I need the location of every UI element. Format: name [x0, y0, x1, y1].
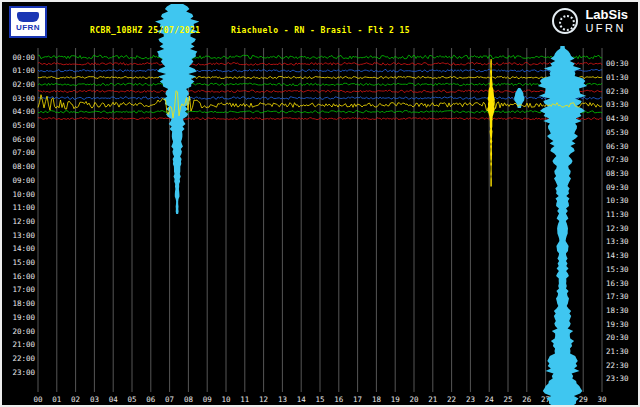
- major-event-A: [155, 4, 199, 214]
- right-time-label: 22:30: [606, 361, 629, 370]
- x-tick-label: 04: [109, 395, 119, 404]
- right-time-label: 02:30: [606, 87, 629, 96]
- right-time-label: 18:30: [606, 306, 629, 315]
- right-time-label: 04:30: [606, 114, 629, 123]
- left-time-label: 10:00: [12, 190, 35, 199]
- left-time-label: 20:00: [12, 327, 35, 336]
- right-time-label: 00:30: [606, 59, 629, 68]
- left-time-label: 15:00: [12, 258, 35, 267]
- x-tick-label: 20: [409, 395, 419, 404]
- x-tick-label: 23: [466, 395, 475, 404]
- x-axis-labels: 0001020304050607080910111213141516171819…: [33, 395, 607, 404]
- x-tick-label: 18: [372, 395, 382, 404]
- right-time-label: 13:30: [606, 237, 629, 246]
- right-time-label: 03:30: [606, 100, 629, 109]
- right-time-label: 12:30: [606, 224, 629, 233]
- left-time-label: 04:00: [12, 107, 35, 116]
- helicorder-plot: 0001020304050607080910111213141516171819…: [2, 2, 640, 407]
- x-tick-label: 16: [334, 395, 344, 404]
- x-tick-label: 13: [278, 395, 287, 404]
- left-time-label: 06:00: [12, 135, 35, 144]
- x-tick-label: 01: [52, 395, 61, 404]
- left-time-axis: 00:0001:0002:0003:0004:0005:0006:0007:00…: [12, 53, 35, 377]
- right-time-label: 05:30: [606, 128, 629, 137]
- left-time-label: 21:00: [12, 340, 35, 349]
- x-tick-label: 12: [259, 395, 268, 404]
- left-time-label: 19:00: [12, 313, 35, 322]
- right-time-label: 14:30: [606, 251, 629, 260]
- x-tick-label: 09: [203, 395, 212, 404]
- x-tick-label: 11: [240, 395, 249, 404]
- minor-event-D: [487, 59, 495, 187]
- x-tick-label: 05: [127, 395, 136, 404]
- x-tick-label: 22: [447, 395, 456, 404]
- left-time-label: 00:00: [12, 53, 35, 62]
- x-tick-label: 06: [146, 395, 156, 404]
- x-tick-label: 29: [579, 395, 588, 404]
- right-time-axis: 00:3001:3002:3003:3004:3005:3006:3007:30…: [606, 59, 629, 383]
- left-time-label: 05:00: [12, 121, 35, 130]
- left-time-label: 17:00: [12, 285, 35, 294]
- left-time-label: 23:00: [12, 368, 35, 377]
- x-tick-label: 10: [221, 395, 231, 404]
- x-tick-label: 03: [90, 395, 99, 404]
- right-time-label: 21:30: [606, 347, 629, 356]
- left-time-label: 22:00: [12, 354, 35, 363]
- x-tick-label: 00: [33, 395, 43, 404]
- left-time-label: 13:00: [12, 231, 35, 240]
- left-time-label: 14:00: [12, 244, 35, 253]
- left-time-label: 02:00: [12, 80, 35, 89]
- right-time-label: 20:30: [606, 333, 629, 342]
- left-time-label: 09:00: [12, 176, 35, 185]
- left-time-label: 12:00: [12, 217, 35, 226]
- right-time-label: 23:30: [606, 374, 629, 383]
- right-time-label: 17:30: [606, 292, 629, 301]
- right-time-label: 10:30: [606, 196, 629, 205]
- right-time-label: 06:30: [606, 142, 629, 151]
- right-time-label: 15:30: [606, 265, 629, 274]
- x-tick-label: 25: [503, 395, 512, 404]
- x-tick-label: 07: [165, 395, 174, 404]
- x-tick-label: 24: [485, 395, 495, 404]
- right-time-label: 07:30: [606, 155, 629, 164]
- right-time-label: 01:30: [606, 73, 629, 82]
- left-time-label: 07:00: [12, 148, 35, 157]
- left-time-label: 11:00: [12, 203, 35, 212]
- x-tick-label: 26: [522, 395, 532, 404]
- x-tick-label: 17: [353, 395, 362, 404]
- right-time-label: 11:30: [606, 210, 629, 219]
- right-time-label: 19:30: [606, 320, 629, 329]
- left-time-label: 16:00: [12, 272, 35, 281]
- right-time-label: 08:30: [606, 169, 629, 178]
- x-tick-label: 02: [71, 395, 80, 404]
- x-tick-label: 15: [315, 395, 324, 404]
- x-tick-label: 19: [391, 395, 400, 404]
- right-time-label: 16:30: [606, 279, 629, 288]
- x-tick-label: 21: [428, 395, 437, 404]
- x-tick-label: 30: [597, 395, 607, 404]
- left-time-label: 03:00: [12, 94, 35, 103]
- left-time-label: 01:00: [12, 66, 35, 75]
- right-time-label: 09:30: [606, 183, 629, 192]
- x-tick-label: 14: [297, 395, 307, 404]
- left-time-label: 08:00: [12, 162, 35, 171]
- helicorder-window: 0001020304050607080910111213141516171819…: [0, 0, 640, 407]
- left-time-label: 18:00: [12, 299, 35, 308]
- x-tick-label: 08: [184, 395, 194, 404]
